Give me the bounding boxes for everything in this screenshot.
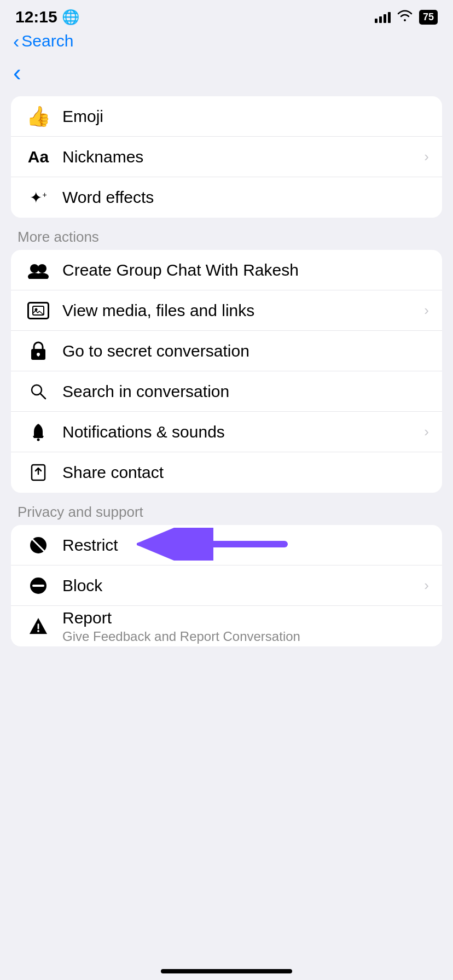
page-back-icon[interactable]: ‹ — [13, 59, 21, 86]
back-chevron-icon: ‹ — [13, 32, 19, 50]
privacy-section-label: Privacy and support — [0, 496, 453, 525]
nicknames-chevron-icon: › — [424, 148, 429, 165]
list-item-search-conversation[interactable]: Search in conversation — [11, 371, 442, 412]
block-chevron-icon: › — [424, 577, 429, 594]
nicknames-label: Nicknames — [62, 148, 143, 166]
signal-bar-3 — [384, 14, 386, 23]
report-label: Report — [62, 609, 112, 627]
list-item-share-contact[interactable]: Share contact — [11, 452, 442, 493]
status-time: 12:15 🌐 — [15, 8, 79, 26]
emoji-text: Emoji — [62, 107, 429, 126]
view-media-label: View media, files and links — [62, 301, 254, 319]
back-button[interactable]: ‹ Search — [13, 32, 440, 50]
more-actions-section-label: More actions — [0, 221, 453, 250]
notifications-label: Notifications & sounds — [62, 423, 225, 441]
list-item-nicknames[interactable]: Aa Nicknames › — [11, 137, 442, 177]
back-label: Search — [21, 32, 73, 50]
battery-indicator: 75 — [419, 10, 438, 25]
block-icon — [24, 576, 53, 595]
word-effects-text: Word effects — [62, 188, 429, 207]
back-nav: ‹ Search — [0, 30, 453, 55]
card-privacy-support: Restrict Block › — [11, 525, 442, 646]
nicknames-icon: Aa — [24, 148, 53, 166]
status-right: 75 — [375, 9, 438, 25]
list-item-report[interactable]: Report Give Feedback and Report Conversa… — [11, 606, 442, 646]
list-item-create-group[interactable]: Create Group Chat With Rakesh — [11, 250, 442, 290]
page-back-row[interactable]: ‹ — [0, 55, 453, 96]
search-conversation-text: Search in conversation — [62, 382, 429, 401]
list-item-word-effects[interactable]: ✦+ Word effects — [11, 177, 442, 218]
svg-point-11 — [37, 438, 40, 441]
nicknames-text: Nicknames — [62, 148, 420, 166]
emoji-icon: 👍 — [24, 105, 53, 128]
home-indicator — [161, 969, 292, 973]
battery-level: 75 — [423, 11, 434, 22]
search-in-conv-icon — [24, 383, 53, 400]
list-item-emoji[interactable]: 👍 Emoji — [11, 96, 442, 137]
signal-bar-4 — [388, 12, 391, 23]
secret-conversation-icon — [24, 341, 53, 361]
word-effects-label: Word effects — [62, 188, 154, 206]
word-effects-icon: ✦+ — [24, 189, 53, 207]
signal-bar-1 — [375, 19, 378, 23]
list-item-notifications[interactable]: Notifications & sounds › — [11, 412, 442, 452]
globe-icon: 🌐 — [62, 9, 79, 26]
share-contact-icon — [24, 463, 53, 482]
restrict-icon — [24, 536, 53, 555]
restrict-text: Restrict — [62, 536, 429, 555]
notifications-text: Notifications & sounds — [62, 423, 420, 441]
notifications-icon — [24, 423, 53, 441]
share-contact-label: Share contact — [62, 463, 164, 481]
time-label: 12:15 — [15, 8, 57, 26]
svg-rect-18 — [32, 585, 44, 587]
list-item-block[interactable]: Block › — [11, 565, 442, 606]
block-label: Block — [62, 576, 102, 594]
view-media-chevron-icon: › — [424, 302, 429, 319]
card-customization: 👍 Emoji Aa Nicknames › ✦+ Word effects — [11, 96, 442, 218]
view-media-icon — [24, 302, 53, 319]
emoji-label: Emoji — [62, 107, 103, 125]
secret-conversation-text: Go to secret conversation — [62, 342, 429, 360]
list-item-secret-conversation[interactable]: Go to secret conversation — [11, 331, 442, 371]
block-text: Block — [62, 576, 420, 595]
create-group-label: Create Group Chat With Rakesh — [62, 261, 299, 279]
share-contact-text: Share contact — [62, 463, 429, 482]
search-conversation-label: Search in conversation — [62, 382, 229, 400]
create-group-icon — [24, 261, 53, 279]
wifi-icon — [397, 9, 413, 25]
card-more-actions: Create Group Chat With Rakesh View media… — [11, 250, 442, 493]
status-bar: 12:15 🌐 75 — [0, 0, 453, 30]
svg-rect-20 — [38, 623, 39, 629]
report-text: Report Give Feedback and Report Conversa… — [62, 609, 429, 644]
notifications-chevron-icon: › — [424, 423, 429, 440]
secret-conversation-label: Go to secret conversation — [62, 342, 249, 360]
create-group-text: Create Group Chat With Rakesh — [62, 261, 429, 279]
report-sublabel: Give Feedback and Report Conversation — [62, 629, 429, 644]
report-icon — [24, 617, 53, 635]
signal-bars — [375, 11, 391, 23]
svg-point-0 — [30, 264, 39, 273]
view-media-text: View media, files and links — [62, 301, 420, 320]
signal-bar-2 — [379, 16, 382, 23]
list-item-view-media[interactable]: View media, files and links › — [11, 290, 442, 331]
restrict-label: Restrict — [62, 536, 118, 554]
svg-point-21 — [37, 630, 39, 632]
svg-rect-8 — [38, 354, 39, 357]
list-item-restrict[interactable]: Restrict — [11, 525, 442, 565]
svg-point-1 — [38, 264, 47, 273]
svg-line-10 — [40, 394, 45, 399]
